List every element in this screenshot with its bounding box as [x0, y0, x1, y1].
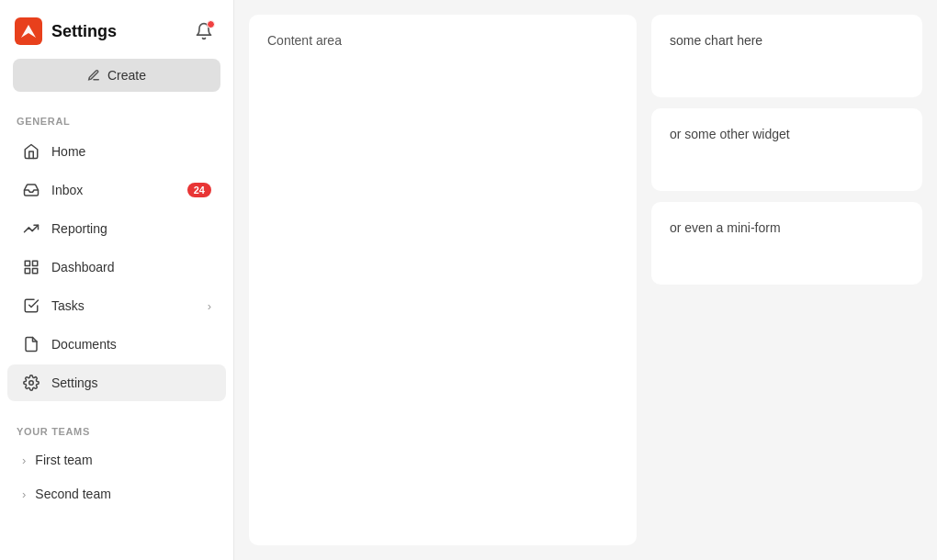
general-section-label: GENERAL [0, 106, 233, 132]
chart-widget: some chart here [651, 15, 922, 97]
sidebar-item-reporting[interactable]: Reporting [7, 210, 226, 247]
tasks-chevron-icon: › [208, 299, 211, 313]
sidebar-item-home[interactable]: Home [7, 133, 226, 170]
sidebar-header: Settings [0, 0, 233, 59]
sidebar-item-settings[interactable]: Settings [7, 364, 226, 401]
sidebar-item-tasks[interactable]: Tasks › [7, 287, 226, 324]
settings-icon [22, 374, 40, 392]
svg-rect-5 [25, 269, 29, 274]
mini-form-widget-text: or even a mini-form [670, 220, 781, 235]
create-button[interactable]: Create [13, 59, 220, 92]
sidebar-item-inbox-label: Inbox [51, 183, 83, 197]
sidebar: Settings Create GENERAL Home [0, 0, 234, 560]
sidebar-item-documents[interactable]: Documents [7, 326, 226, 363]
second-team-label: Second team [35, 487, 111, 501]
main-content: Content area some chart here or some oth… [234, 0, 937, 560]
first-team-label: First team [35, 453, 92, 467]
widgets-column: some chart here or some other widget or … [651, 15, 922, 545]
svg-rect-4 [33, 269, 38, 274]
teams-section: YOUR TEAMS › First team › Second team [0, 417, 233, 511]
create-button-label: Create [107, 68, 146, 83]
sidebar-item-first-team[interactable]: › First team [7, 443, 226, 476]
logo-area: Settings [15, 17, 117, 45]
teams-section-label: YOUR TEAMS [0, 417, 233, 442]
sidebar-item-dashboard[interactable]: Dashboard [7, 249, 226, 286]
app-title: Settings [51, 22, 117, 41]
sidebar-item-second-team[interactable]: › Second team [7, 477, 226, 510]
sidebar-item-settings-label: Settings [51, 375, 98, 390]
sidebar-item-documents-label: Documents [51, 337, 117, 352]
svg-point-6 [29, 381, 34, 386]
documents-icon [22, 335, 40, 353]
second-team-chevron-icon: › [22, 487, 26, 501]
logo-icon [15, 17, 42, 45]
pencil-icon [87, 69, 100, 82]
other-widget: or some other widget [651, 108, 922, 191]
content-area-label: Content area [267, 33, 342, 48]
mini-form-widget: or even a mini-form [651, 202, 922, 285]
home-icon [22, 142, 40, 161]
content-area: Content area [249, 15, 637, 545]
svg-rect-2 [25, 261, 29, 265]
sidebar-item-dashboard-label: Dashboard [51, 260, 115, 274]
inbox-icon [22, 181, 40, 199]
reporting-icon [22, 219, 40, 238]
first-team-chevron-icon: › [22, 454, 26, 467]
svg-rect-3 [33, 261, 38, 265]
sidebar-item-tasks-label: Tasks [51, 298, 85, 313]
sidebar-item-home-label: Home [51, 144, 85, 159]
tasks-icon [22, 297, 40, 315]
chart-widget-text: some chart here [670, 33, 762, 48]
other-widget-text: or some other widget [670, 127, 790, 141]
notification-bell[interactable] [189, 17, 219, 46]
bell-notification-dot [207, 20, 215, 28]
sidebar-item-reporting-label: Reporting [51, 221, 107, 236]
sidebar-item-inbox[interactable]: Inbox 24 [7, 172, 226, 208]
dashboard-icon [22, 258, 40, 276]
inbox-badge: 24 [187, 183, 211, 197]
